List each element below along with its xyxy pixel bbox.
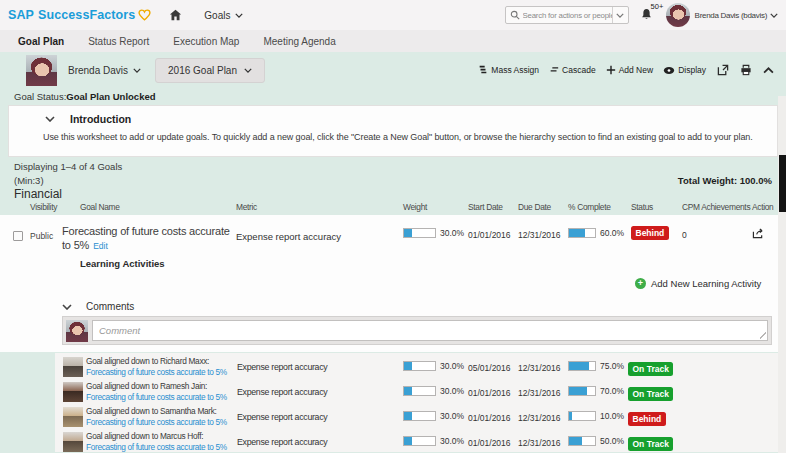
aligned-goal-link[interactable]: Forecasting of future costs accurate to … (86, 367, 227, 377)
col-visibility: Visibility (30, 202, 57, 212)
aligned-goal-row: Goal aligned down to Samantha Mark: Fore… (55, 405, 778, 430)
edit-goal-link[interactable]: Edit (93, 241, 108, 251)
goal-row-block: Public Forecasting of future costs accur… (0, 215, 786, 352)
aligned-metric: Expense report accuracy (237, 437, 327, 447)
col-cpm-achievements: CPM Achievements (682, 202, 750, 212)
home-icon[interactable] (169, 9, 182, 21)
collapse-intro-chevron[interactable] (45, 116, 55, 122)
tab-meeting-agenda[interactable]: Meeting Agenda (263, 36, 335, 47)
aligned-start-date: 01/01/2016 (468, 413, 511, 423)
avatar (63, 357, 83, 377)
add-new-button[interactable]: Add New (606, 65, 654, 75)
goal-name[interactable]: Forecasting of future costs accurate to … (62, 224, 232, 253)
status-badge: On Track (628, 387, 673, 401)
goal-status-bar: Goal Status:Goal Plan Unlocked (0, 88, 786, 103)
avatar[interactable] (666, 3, 690, 27)
status-badge: Behind (631, 226, 669, 240)
aligned-start-date: 05/01/2016 (468, 363, 511, 373)
comments-section-header[interactable]: Comments (62, 301, 134, 312)
aligned-goal-link[interactable]: Forecasting of future costs accurate to … (86, 442, 227, 452)
aligned-complete: 50.0% (568, 436, 624, 446)
display-button[interactable]: Display (663, 65, 706, 75)
introduction-panel: Introduction Use this worksheet to add o… (8, 105, 778, 157)
comment-input[interactable]: Comment (92, 320, 768, 341)
goal-plan-screen: SAPSuccessFactors Goals Search for actio… (0, 0, 786, 453)
col-metric: Metric (236, 202, 257, 212)
goal-status-value: Goal Plan Unlocked (66, 91, 155, 102)
notifications-bell[interactable]: 50+ (641, 6, 663, 24)
heart-icon (138, 9, 151, 21)
add-learning-activity-button[interactable]: + Add New Learning Activity (635, 278, 761, 289)
toolbar-actions: Mass Assign Cascade Add New Display (468, 64, 774, 76)
aligned-goal-link[interactable]: Forecasting of future costs accurate to … (86, 392, 227, 402)
cascade-button[interactable]: Cascade (549, 65, 596, 75)
aligned-weight: 30.0% (403, 361, 464, 371)
chevron-down-icon (244, 68, 252, 73)
plan-selector[interactable]: 2016 Goal Plan (155, 58, 265, 83)
user-menu[interactable]: Brenda Davis (bdavis) (695, 11, 778, 20)
status-badge: On Track (628, 437, 673, 451)
aligned-goal-row: Goal aligned down to Ramesh Jain: Foreca… (55, 380, 778, 405)
comment-composer: Comment (62, 316, 772, 345)
aligned-metric: Expense report accuracy (237, 387, 327, 397)
col-status: Status (631, 202, 653, 212)
goal-checkbox[interactable] (13, 231, 23, 241)
plan-label: 2016 Goal Plan (168, 65, 237, 76)
col-action: Action (752, 202, 773, 212)
aligned-start-date: 01/01/2016 (468, 388, 511, 398)
goal-due-date: 12/31/2016 (518, 230, 561, 240)
scrollbar-track[interactable] (778, 96, 786, 453)
goal-action-button[interactable] (752, 228, 764, 241)
search-options-chevron[interactable] (613, 13, 628, 18)
scrollbar-thumb[interactable] (779, 155, 786, 212)
tab-status-report[interactable]: Status Report (88, 36, 149, 47)
aligned-due-date: 12/31/2016 (518, 438, 561, 448)
chevron-down-icon (235, 13, 243, 18)
aligned-start-date: 01/01/2016 (468, 438, 511, 448)
aligned-due-date: 12/31/2016 (518, 363, 561, 373)
mass-assign-button[interactable]: Mass Assign (478, 65, 539, 75)
aligned-weight: 30.0% (403, 386, 464, 396)
module-selector[interactable]: Goals (204, 10, 243, 21)
goal-status-label: Goal Status: (14, 91, 66, 102)
employee-selector[interactable]: Brenda Davis (68, 65, 141, 76)
avatar (63, 407, 83, 427)
goal-start-date: 01/01/2016 (468, 230, 511, 240)
aligned-goals-list: Goal aligned down to Richard Maxx: Forec… (55, 353, 778, 452)
open-window-button[interactable] (717, 64, 729, 76)
collapse-header-button[interactable] (763, 67, 774, 74)
col-start-date: Start Date (468, 202, 503, 212)
comments-title: Comments (86, 301, 134, 312)
col-weight: Weight (403, 202, 427, 212)
aligned-complete: 75.0% (568, 361, 624, 371)
goal-weight: 30.0% (403, 228, 464, 238)
top-bar: SAPSuccessFactors Goals Search for actio… (0, 0, 786, 30)
user-label: Brenda Davis (bdavis) (695, 11, 767, 20)
chevron-down-icon (770, 13, 778, 18)
aligned-goal-link[interactable]: Forecasting of future costs accurate to … (86, 417, 227, 427)
goal-visibility: Public (30, 231, 53, 241)
share-icon (752, 228, 764, 239)
avatar (63, 432, 83, 452)
complete-bar (568, 228, 596, 238)
search-icon (510, 10, 520, 20)
avatar (63, 382, 83, 402)
avatar (26, 55, 57, 86)
introduction-text: Use this worksheet to add or update goal… (43, 132, 767, 142)
chevron-down-icon (133, 68, 141, 73)
search-input[interactable]: Search for actions or people (505, 6, 629, 24)
module-label: Goals (204, 10, 230, 21)
plus-icon (606, 65, 616, 75)
aligned-complete: 10.0% (568, 411, 624, 421)
category-header: Financial (0, 185, 786, 200)
status-badge: Behind (628, 412, 666, 426)
aligned-intro: Goal aligned down to Samantha Mark: (86, 406, 217, 416)
print-button[interactable] (740, 64, 752, 76)
brand-sap: SAP (8, 8, 34, 22)
weight-bar (403, 228, 436, 238)
col-goal-name: Goal Name (80, 202, 120, 212)
tab-execution-map[interactable]: Execution Map (173, 36, 239, 47)
goal-metric: Expense report accuracy (236, 231, 341, 242)
aligned-goal-row: Goal aligned down to Richard Maxx: Forec… (55, 355, 778, 380)
tab-goal-plan[interactable]: Goal Plan (18, 36, 64, 47)
